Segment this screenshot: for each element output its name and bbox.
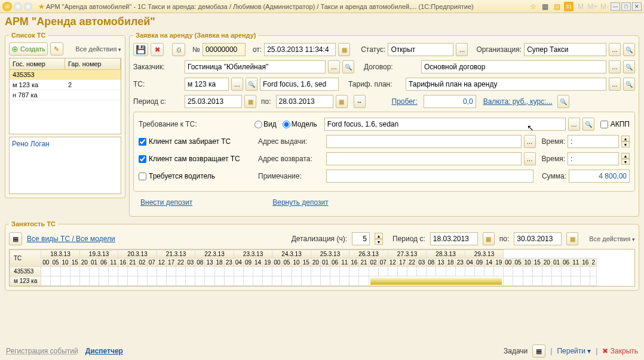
minimize-button[interactable]: — [611,2,620,11]
radio-kind[interactable]: Вид [254,120,277,128]
status-select[interactable]: … [456,43,468,56]
addr-out-field[interactable] [329,137,519,146]
print-button[interactable]: ⎙ [172,43,185,56]
time-back-down[interactable]: ▼ [621,159,630,165]
m-icon[interactable]: М [576,2,585,11]
status-field[interactable] [391,45,450,54]
contract-label: Договор: [364,63,419,71]
tc-gos-field[interactable] [188,80,226,88]
contract-field[interactable] [424,63,603,71]
go-link[interactable]: Перейти ▾ [557,347,591,355]
tasks-button[interactable]: ▦ [532,344,545,358]
occ-from-picker[interactable]: ▦ [483,232,495,245]
occupancy-grid[interactable]: ТС18.3.1319.3.1320.3.1321.3.1322.3.1323.… [9,249,635,287]
occ-period-label: Период с: [392,235,425,243]
tc-col-gos[interactable]: Гос. номер [10,59,65,70]
time-back-field[interactable] [571,155,616,163]
akpp-checkbox[interactable]: АКПП [600,120,630,128]
addr-back-select[interactable]: … [524,152,536,165]
edit-button[interactable]: ✎ [50,42,63,56]
currency-link[interactable]: Валюта: руб., курс:... [483,97,553,106]
time-out-up[interactable]: ▲ [621,136,630,141]
tc-row[interactable]: 435353 [10,70,121,80]
swap-button[interactable]: ↔ [354,95,366,108]
customer-field[interactable] [188,63,323,71]
maximize-button[interactable]: □ [621,2,631,11]
customer-search[interactable]: 🔍 [342,60,354,73]
close-window-button[interactable]: ✕ [632,2,642,11]
close-button[interactable]: ✖ Закрыть [602,347,638,355]
from-date-picker[interactable]: ▦ [338,43,350,56]
customer-select[interactable]: … [328,60,340,73]
note-field[interactable] [329,172,530,180]
occ-config-button[interactable]: ▦ [9,232,22,245]
detail-up[interactable]: ▲ [375,233,383,239]
tc-row[interactable]: м 123 ка2 [10,80,121,90]
tc-gos-select[interactable]: … [231,78,243,91]
req-model-search[interactable]: 🔍 [582,118,594,131]
deposit-out-link[interactable]: Вернуть депозит [272,198,328,207]
time-out-field[interactable] [571,137,616,146]
mileage-field[interactable] [427,97,473,106]
org-search[interactable]: 🔍 [623,43,635,56]
tc-row[interactable]: н 787 ка [10,90,121,100]
return-checkbox[interactable]: Клиент сам возвращает ТС [139,155,256,163]
tc-model-field[interactable] [263,80,336,88]
time-out-down[interactable]: ▼ [621,141,630,147]
tc-col-gar[interactable]: Гар. номер [65,59,121,70]
calendar-icon[interactable]: 31 [564,2,574,11]
sum-field[interactable] [572,172,627,180]
dispatcher-link[interactable]: Диспетчер [85,347,123,355]
addr-back-field[interactable] [329,155,519,163]
reg-events-link[interactable]: Регистрация событий [6,347,78,355]
nav-back-icon[interactable] [14,2,22,11]
mminus-icon[interactable]: М- [600,2,609,11]
org-select[interactable]: … [609,43,621,56]
radio-model[interactable]: Модель [283,120,317,128]
star-icon[interactable]: ★ [36,2,46,11]
cancel-button[interactable]: ✖ [151,43,164,56]
all-actions-menu[interactable]: Все действия [75,45,121,53]
mileage-label[interactable]: Пробег: [392,97,418,106]
contract-select[interactable]: … [609,60,621,73]
req-model-select[interactable]: … [568,118,580,131]
occ-filter-link[interactable]: Все виды ТС / Все модели [27,235,115,243]
tariff-search[interactable]: 🔍 [623,78,635,91]
period-from-picker[interactable]: ▦ [244,95,256,108]
num-field[interactable] [206,45,243,54]
gantt-bar[interactable] [370,278,502,285]
tool-icon-1[interactable]: ▦ [540,2,550,11]
occ-from-field[interactable] [433,235,475,243]
occ-all-actions[interactable]: Все действия [589,235,635,242]
currency-search[interactable]: 🔍 [557,95,569,108]
mplus-icon[interactable]: М+ [588,2,597,11]
contract-search[interactable]: 🔍 [623,60,635,73]
period-to-picker[interactable]: ▦ [336,95,348,108]
addr-out-label: Адрес выдачи: [258,137,324,146]
tariff-field[interactable] [409,80,603,88]
calc-icon[interactable]: ▤ [552,2,562,11]
occ-to-field[interactable] [517,235,559,243]
save-button[interactable]: 💾 [133,43,148,56]
driver-checkbox[interactable]: Требуется водитель [139,172,256,180]
pickup-checkbox[interactable]: Клиент сам забирает ТС [139,137,256,146]
occ-to-picker[interactable]: ▦ [566,232,578,245]
tariff-select[interactable]: … [609,78,621,91]
time-back-up[interactable]: ▲ [621,153,630,159]
addr-out-select[interactable]: … [524,135,536,148]
req-model-field[interactable] [327,120,563,128]
detail-field[interactable] [355,235,367,243]
create-button[interactable]: Создать [9,42,48,56]
from-date-field[interactable] [267,45,333,54]
tc-list-panel: Список ТС Создать ✎ Все действия Гос. но… [5,32,125,198]
period-to-label: по: [261,97,271,106]
period-from-field[interactable] [188,97,239,106]
deposit-in-link[interactable]: Внести депозит [140,198,192,207]
tc-label: ТС: [133,80,182,88]
period-to-field[interactable] [279,97,330,106]
fav-icon[interactable]: ☆ [528,2,538,11]
tc-gos-search[interactable]: 🔍 [246,78,257,91]
detail-down[interactable]: ▼ [375,239,383,245]
org-field[interactable] [527,45,603,54]
nav-fwd-icon[interactable] [24,2,32,11]
